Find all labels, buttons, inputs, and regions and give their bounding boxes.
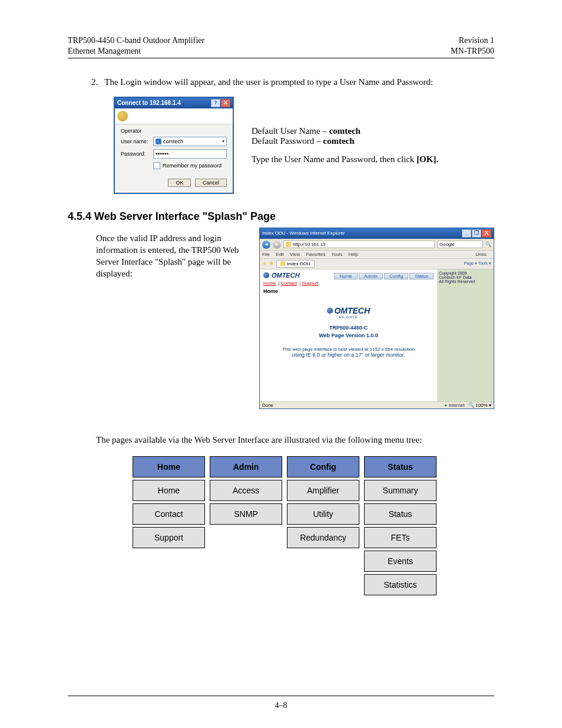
copyright-company: Comtech EF Data [439,275,492,279]
menu-tools[interactable]: Tools [332,252,343,257]
nav-tab-config[interactable]: Config [384,273,408,279]
heading-4-5-4: 4.5.4 Web Server Interface "Splash" Page [68,210,494,223]
tree-item: Summary [364,480,437,501]
crumb-home[interactable]: Home [263,281,276,286]
footer-rule [68,696,494,696]
links-label: Links [475,252,487,257]
tree-item: SNMP [210,503,282,525]
splash-model: TRP500-4450-C [263,325,434,331]
menu-edit[interactable]: Edit [276,252,284,257]
menu-tree-grid: Home Home Contact Support Admin Access S… [133,456,494,595]
breadcrumb: Home| Contact| Support [263,281,434,286]
default-user-value: comtech [329,126,361,136]
url-value: http://10.161.13 [293,242,326,247]
splash-logo-icon [327,308,333,314]
splash-logo-sub: EF DATA [263,315,434,319]
default-pw-value: comtech [323,136,354,146]
tree-item: Contact [133,503,205,525]
copyright-year: Copyright 2009 [439,271,492,275]
menu-view[interactable]: View [290,252,300,257]
internet-icon: ● [444,403,447,408]
copyright-panel: Copyright 2009 Comtech EF Data All Right… [437,269,494,401]
address-bar[interactable]: http://10.161.13 [283,241,435,248]
default-user-label: Default User Name – [252,126,329,136]
tree-item: Events [364,551,437,572]
page-title: Home [263,288,434,294]
step-2: 2. The Login window will appear, and the… [91,76,494,88]
logo-icon [263,272,269,278]
tree-header-config: Config [287,456,359,477]
username-value: comtech [163,139,183,144]
browser-menubar: File Edit View Favorites Tools Help Link… [260,251,494,259]
tree-item: Status [364,503,437,525]
splash-version: Web Page Version 1.0.0 [263,332,434,338]
tree-item: Home [133,480,205,501]
chevron-down-icon[interactable]: ▾ [222,139,224,144]
tree-header-status: Status [364,456,437,477]
username-input[interactable]: comtech ▾ [153,137,227,146]
page-number: 4–8 [68,701,494,710]
key-icon [117,111,128,121]
cancel-button[interactable]: Cancel [195,179,227,187]
back-icon[interactable]: ◄ [262,241,270,249]
search-icon[interactable]: 🔍 [485,242,491,247]
status-zoom: 100% [475,403,487,408]
server-label: Operator [121,128,227,134]
nav-tab-status[interactable]: Status [409,273,434,279]
splash-note-2: using IE 6.0 or higher on a 17" or large… [263,352,434,358]
password-value: ••••••• [156,151,168,157]
tab-title: Index ODU [287,261,310,266]
credential-banner [115,108,233,124]
remember-checkbox[interactable] [153,162,160,169]
header-rule [68,58,494,58]
default-credentials: Default User Name – comtech Default Pass… [252,126,438,164]
login-title-text: Connect to 192.168.1.4 [117,100,181,106]
add-favorites-icon[interactable]: ✚ [269,261,274,266]
splash-note-1: This web page interface is best viewed a… [263,347,434,352]
crumb-support[interactable]: Support [302,281,318,286]
tree-item: FETs [364,527,437,548]
menu-favorites[interactable]: Favorites [306,252,326,257]
intro-4-5-4: Once the valid IP address and login info… [96,232,246,409]
header-left-1: TRP500-4450 C-band Outdoor Amplifier [68,35,204,46]
instruction-ok: [OK]. [416,154,438,164]
browser-tab[interactable]: Index ODU [276,260,315,268]
copyright-rights: All Rights Reserved [439,279,492,284]
maximize-icon[interactable]: ❐ [472,229,481,238]
tree-item: Support [133,527,205,548]
header-right-2: MN-TRP500 [451,46,494,57]
browser-close-icon[interactable]: X [482,229,491,238]
browser-toolbar[interactable]: Page ▾ Tools ▾ [464,261,491,266]
menu-file[interactable]: File [262,252,270,257]
search-box[interactable]: Google [437,241,483,248]
instruction-text: Type the User Name and Password, then cl… [252,154,416,164]
browser-title-text: Index ODU - Windows Internet Explorer [262,230,345,236]
forward-icon[interactable]: ► [273,241,281,249]
login-titlebar: Connect to 192.168.1.4 ? X [115,98,233,108]
tree-header-admin: Admin [210,456,282,477]
ok-button[interactable]: OK [168,179,191,187]
header-left-2: Ethernet Management [68,46,204,57]
zoom-icon[interactable]: 🔍 [468,403,474,408]
login-dialog: Connect to 192.168.1.4 ? X Operator User… [114,97,234,194]
minimize-icon[interactable]: _ [462,229,471,238]
tree-header-home: Home [133,456,205,477]
tree-item: Access [210,480,282,501]
close-icon[interactable]: X [221,99,230,107]
tree-item: Statistics [364,574,437,595]
menu-help[interactable]: Help [348,252,358,257]
default-pw-label: Default Password – [252,136,323,146]
favorites-icon[interactable]: ★ [262,261,267,266]
crumb-contact[interactable]: Contact [281,281,297,286]
nav-tab-admin[interactable]: Admin [359,273,383,279]
browser-window: Index ODU - Windows Internet Explorer _ … [259,228,494,409]
help-icon[interactable]: ? [211,99,220,107]
tree-item: Redundancy [287,527,359,548]
nav-tab-home[interactable]: Home [334,273,357,279]
user-icon [156,139,161,144]
username-label: User name: [121,139,153,144]
page-header: TRP500-4450 C-band Outdoor Amplifier Eth… [68,35,494,57]
password-input[interactable]: ••••••• [153,149,227,159]
password-label: Password: [121,151,153,157]
status-zone: Internet [448,403,464,408]
